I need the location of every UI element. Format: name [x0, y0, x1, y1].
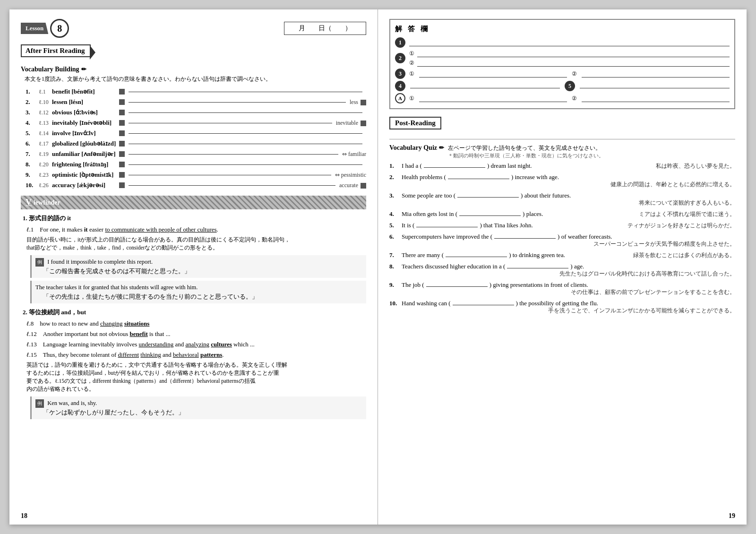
circle-5: 5 — [565, 81, 575, 91]
quiz-item-2: 2. Health problems () increase with age.… — [389, 173, 735, 188]
sub-label-a-2: ② — [572, 95, 577, 102]
answer-line-5 — [580, 81, 730, 88]
answer-line — [129, 133, 362, 134]
section-title: After First Reading — [21, 44, 91, 57]
word-icon — [119, 130, 125, 136]
list-item: 8. ℓ.20 frightening [fráɪtnɪŋ] — [26, 161, 366, 168]
answer-line-a-1 — [419, 95, 567, 102]
word-icon-sm — [361, 121, 366, 126]
quiz-item-6: 6. Supercomputers have improved the () o… — [389, 233, 735, 248]
answer-line — [129, 102, 346, 103]
quiz-item-4: 4. Mia often gets lost in () places. ミアは… — [389, 210, 735, 218]
circle-2: 2 — [395, 53, 405, 63]
circle-4: 4 — [395, 81, 405, 91]
grammar-section: 1. 形式目的語の it ℓ.1 For one, it makes it ea… — [21, 214, 366, 419]
list-item: 3. ℓ.12 obvious [ɑ́ːbviəs] — [26, 109, 366, 116]
sub-label-3-1: ① — [409, 70, 414, 78]
page-number-left: 18 — [21, 512, 27, 520]
list-item: 1. ℓ.1 benefit [bénəfit] — [26, 88, 366, 95]
circle-3: 3 — [395, 69, 405, 79]
example-label-2: 例 — [35, 399, 44, 408]
vocab-instruction: 本文を1度読み、文脈から考えて語句の意味を書きなさい。わからない語句は辞書で調べ… — [21, 75, 366, 83]
vocab-quiz-instructions-block: 左ページで学習した語句を使って、英文を完成させなさい。 ＊動詞の時制や三単現（三… — [448, 144, 735, 159]
grammar-line-12: ℓ.12 Another important but not obvious b… — [23, 330, 366, 338]
lesson-number: 8 — [50, 19, 69, 38]
answer-line — [129, 123, 332, 123]
grammar-note-2: 英語では，語句の重複を避けるために，文中で共通する語句を省略する場合がある。英文… — [23, 361, 366, 394]
date-box: 月 日（ ） — [284, 22, 366, 35]
list-item: 5. ℓ.14 involve [ɪnvɑ́ːlv] — [26, 129, 366, 137]
circle-a: A — [395, 93, 405, 103]
example-block-1b: The teacher takes it for granted that hi… — [30, 281, 366, 303]
answer-line-2-2 — [417, 59, 730, 67]
answer-line-a-2 — [582, 95, 730, 102]
word-icon-sm — [361, 100, 366, 105]
answer-line — [129, 92, 362, 92]
vocab-quiz-title: Vocabulary Quiz — [389, 144, 444, 152]
word-icon — [119, 89, 125, 95]
word-icon — [119, 182, 125, 188]
example-block-1a: 例 I found it impossible to complete this… — [30, 255, 366, 278]
answer-row-1: 1 — [395, 37, 730, 48]
quiz-item-8: 8. Teachers discussed higher education i… — [389, 263, 735, 277]
answer-line — [129, 154, 338, 155]
word-icon — [119, 110, 125, 115]
circle-1: 1 — [395, 37, 405, 48]
quiz-item-10: 10. Hand washing can () the possibility … — [389, 300, 735, 314]
vocab-list: 1. ℓ.1 benefit [bénəfit] 2. ℓ.10 lessen … — [21, 88, 366, 189]
list-item: 7. ℓ.19 unfamiliar [ʌnfəmíljər] ⇔ famili… — [26, 150, 366, 158]
answer-row-45: 4 5 — [395, 81, 730, 91]
vocab-quiz-instruction: 左ページで学習した語句を使って、英文を完成させなさい。 — [448, 144, 735, 152]
grammar-example-1: ℓ.1 For one, it makes it easier to commu… — [23, 225, 366, 234]
post-reading-section: Post-Reading — [389, 117, 735, 134]
list-item: 9. ℓ.23 optimistic [ɑ̀ptəmístɪk] ⇔ pessi… — [26, 171, 366, 179]
sub-label-a-1: ① — [409, 95, 414, 102]
list-item: 2. ℓ.10 lessen [lésn] less — [26, 98, 366, 106]
quiz-item-3: 3. Some people are too () about their fu… — [389, 192, 735, 207]
quiz-item-1: 1. I had a () dream last night. 私は昨夜、恐ろし… — [389, 162, 735, 170]
answer-line — [129, 112, 362, 113]
answer-section: 解 答 欄 1 2 ① ② — [389, 19, 735, 109]
grammar-line-13: ℓ.13 Language learning inevitably involv… — [23, 340, 366, 349]
answer-line-2-1 — [417, 50, 730, 57]
answer-title: 解 答 欄 — [395, 25, 730, 34]
sub-label-2-2: ② — [409, 60, 414, 67]
word-icon — [119, 99, 125, 105]
list-item: 4. ℓ.13 inevitably [ɪnévətəbli] inevitab… — [26, 119, 366, 127]
grammar-line-15: ℓ.15 Thus, they become tolerant of diffe… — [23, 351, 366, 359]
answer-row-a: A ① ② — [395, 93, 730, 103]
word-icon — [119, 162, 125, 167]
answer-row-2: 2 ① ② — [395, 50, 730, 67]
grammar-note-1: 目的語が長い時に，itが形式上の目的語になる場合がある。真の目的語は後にくる不定… — [23, 236, 366, 252]
word-icon — [119, 141, 125, 146]
answer-row-3: 3 ① ② — [395, 69, 730, 79]
vocab-quiz-note: ＊動詞の時制や三単現（三人称・単数・現在）に気をつけなさい。 — [448, 152, 735, 159]
word-icon-sm — [361, 183, 366, 189]
lesson-tab: Lesson — [21, 23, 48, 34]
lesson-header: Lesson 8 月 日（ ） — [21, 19, 366, 38]
answer-line-3-1 — [419, 70, 567, 78]
answer-line-3-2 — [582, 70, 730, 78]
viewfinder-title: iewfinder — [34, 199, 60, 207]
answer-line — [129, 175, 331, 175]
quiz-item-7: 7. There are many () to drinking green t… — [389, 251, 735, 259]
quiz-item-9: 9. The job () giving presentations in fr… — [389, 281, 735, 296]
word-icon — [119, 172, 125, 178]
list-item: 10. ℓ.26 accuracy [ǽkjərəsi] accurate — [26, 181, 366, 189]
answer-line-1 — [409, 39, 730, 46]
answer-line-4 — [410, 81, 560, 88]
quiz-list: 1. I had a () dream last night. 私は昨夜、恐ろし… — [389, 162, 735, 314]
pencil-icon — [81, 66, 86, 73]
page-number-right: 19 — [729, 512, 735, 520]
answer-line — [129, 144, 362, 144]
grammar-line-8: ℓ.8 how to react to new and changing sit… — [23, 319, 366, 328]
viewfinder-v: V — [26, 198, 32, 207]
quiz-item-5: 5. It is () that Tina likes John. ティナがジョ… — [389, 222, 735, 229]
example-label: 例 — [35, 258, 44, 267]
grammar-title-2: 2. 等位接続詞 and，but — [23, 308, 366, 317]
example-block-2: 例 Ken was, and is, shy. 「ケンは恥ずかしがり屋だったし、… — [30, 396, 366, 419]
section-divider — [389, 139, 735, 139]
sub-label-2-1: ① — [409, 50, 414, 57]
list-item: 6. ℓ.17 globalized [glóubəlàɪzd] — [26, 140, 366, 147]
sub-label-3-2: ② — [572, 70, 577, 78]
